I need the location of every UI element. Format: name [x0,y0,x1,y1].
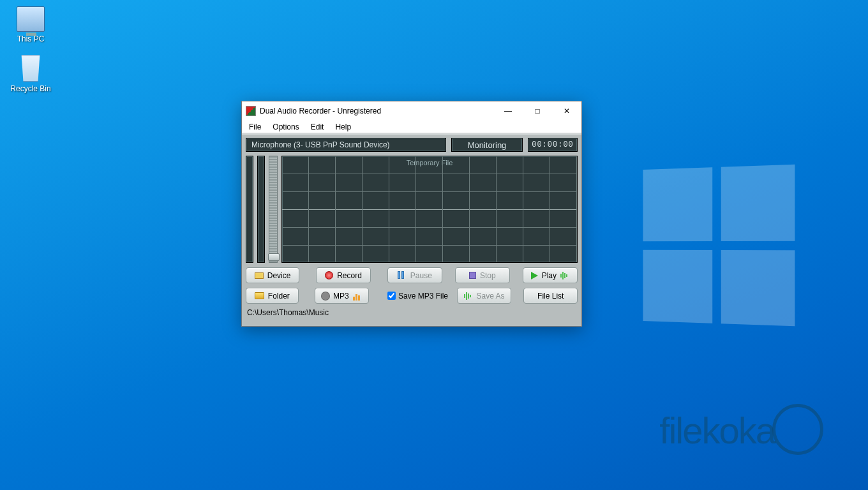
close-button[interactable]: ✕ [552,101,581,121]
windows-logo-wallpaper [643,165,795,326]
play-button[interactable]: Play [523,267,578,283]
play-icon [531,272,538,279]
folder-button[interactable]: Folder [246,288,299,304]
folder-icon [255,292,264,299]
record-button[interactable]: Record [316,267,371,283]
waveform-icon [560,271,569,280]
save-mp3-checkbox-input[interactable] [387,292,396,300]
menu-file[interactable]: File [244,122,266,132]
equalizer-icon [353,292,362,301]
save-as-button[interactable]: Save As [457,288,511,304]
timer-display: 00:00:00 [528,138,578,152]
titlebar[interactable]: Dual Audio Recorder - Unregistered ― □ ✕ [242,101,581,121]
level-meter-left [246,156,253,263]
desktop-icon-this-pc[interactable]: This PC [6,6,55,43]
device-icon [255,272,264,279]
status-mode-display: Monitoring [451,138,523,152]
gear-icon [322,292,329,300]
waveform-display: Temporary File [281,156,578,263]
menubar: File Options Edit Help [242,121,581,133]
mp3-settings-button[interactable]: MP3 [315,288,369,304]
output-path: C:\Users\Thomas\Music [246,308,578,318]
recycle-bin-icon [19,55,42,82]
waveform-icon [464,292,473,301]
menu-options[interactable]: Options [268,122,303,132]
gain-slider[interactable] [269,156,278,263]
file-list-button[interactable]: File List [523,288,578,304]
watermark-text: filekoka [659,404,823,455]
watermark-bird-icon [772,404,823,455]
save-mp3-checkbox[interactable]: Save MP3 File [385,292,453,301]
desktop-icon-label: Recycle Bin [6,84,55,93]
slider-thumb[interactable] [268,253,280,261]
device-button[interactable]: Device [246,267,299,283]
desktop-icon-label: This PC [6,34,55,43]
minimize-button[interactable]: ― [493,101,523,121]
desktop-icon-recycle-bin[interactable]: Recycle Bin [6,55,55,93]
computer-icon [17,6,45,32]
input-device-display: Microphone (3- USB PnP Sound Device) [246,138,446,152]
menu-edit[interactable]: Edit [306,122,329,132]
app-window: Dual Audio Recorder - Unregistered ― □ ✕… [241,101,582,327]
level-meter-right [257,156,265,263]
record-icon [325,271,333,279]
app-icon [246,106,256,116]
stop-button[interactable]: Stop [455,267,510,283]
maximize-button[interactable]: □ [523,101,552,121]
menu-help[interactable]: Help [331,122,355,132]
pause-button[interactable]: Pause [387,267,442,283]
desktop: filekoka This PC Recycle Bin Dual Audio … [0,0,868,490]
pause-icon [398,271,407,280]
stop-icon [469,272,476,279]
window-title: Dual Audio Recorder - Unregistered [260,107,381,115]
waveform-label: Temporary File [282,159,577,167]
